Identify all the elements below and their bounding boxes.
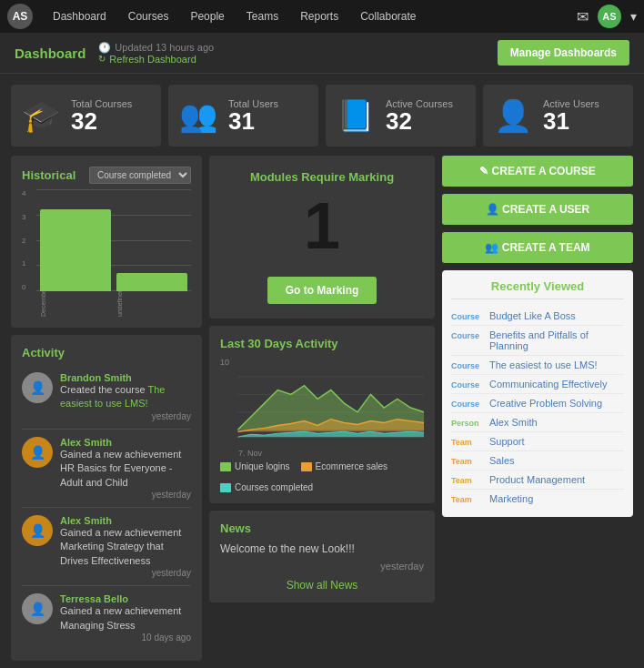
graduation-icon: 🎓 <box>22 97 60 134</box>
bar-label-undefined: undefined[undefined] <box>116 291 187 317</box>
activity-panel: Activity 👤 Brandon Smith Created the cou… <box>11 335 202 661</box>
manage-dashboards-button[interactable]: Manage Dashboards <box>498 40 629 66</box>
feed-text-3: Gained a new achievement Managing Stress <box>60 604 191 633</box>
rv-item-9: Team Marketing <box>451 490 624 508</box>
rv-item-5: Person Alex Smith <box>451 413 624 432</box>
last30-title: Last 30 Days Activity <box>220 337 424 350</box>
feed-name-1: Alex Smith <box>60 437 191 448</box>
total-courses-value: 32 <box>71 109 132 133</box>
historical-panel: Historical Course completed 4 3 2 1 0 <box>11 156 202 328</box>
legend-unique-logins: Unique logins <box>220 461 290 471</box>
modules-panel: Modules Require Marking 1 Go to Marking <box>209 156 435 319</box>
activity-chart: 10 7. Nov <box>220 358 424 458</box>
rv-item-0: Course Budget Like A Boss <box>451 307 624 326</box>
rv-name-2[interactable]: The easiest to use LMS! <box>489 359 598 370</box>
rv-item-3: Course Communicating Effectively <box>451 375 624 394</box>
feed-date-3: 10 days ago <box>60 633 191 643</box>
clock-icon: 🕐 <box>98 42 111 54</box>
feed-date-2: yesterday <box>60 568 191 578</box>
create-course-button[interactable]: ✎ CREATE A COURSE <box>442 156 633 187</box>
refresh-link[interactable]: Refresh Dashboard <box>109 54 196 65</box>
refresh-icon: ↻ <box>98 54 106 64</box>
chart-y-max: 10 <box>220 358 229 367</box>
rv-name-1[interactable]: Benefits and Pitfalls of Planning <box>489 329 624 351</box>
legend-ecommerce: Ecommerce sales <box>301 461 387 471</box>
user-avatar[interactable]: AS <box>598 5 621 28</box>
course-type-select[interactable]: Course completed <box>89 167 191 184</box>
avatar-terressa: 👤 <box>22 593 53 624</box>
rv-type-4: Course <box>451 400 484 409</box>
chevron-down-icon[interactable]: ▾ <box>630 9 637 24</box>
users-icon: 👥 <box>179 97 217 134</box>
update-info: 🕐 Updated 13 hours ago ↻ Refresh Dashboa… <box>98 42 214 65</box>
chart-legend: Unique logins Ecommerce sales Courses co… <box>220 461 424 492</box>
activity-svg <box>220 367 424 449</box>
feed-name-3: Terressa Bello <box>60 593 191 604</box>
rv-item-2: Course The easiest to use LMS! <box>451 356 624 375</box>
rv-name-6[interactable]: Support <box>489 436 525 447</box>
modules-count: 1 <box>220 193 424 258</box>
stat-card-total-courses: 🎓 Total Courses 32 <box>11 85 161 147</box>
create-team-button[interactable]: 👥 CREATE A TEAM <box>442 232 633 263</box>
nav-item-people[interactable]: People <box>179 0 235 33</box>
middle-column: Modules Require Marking 1 Go to Marking … <box>209 156 435 602</box>
nav-logo[interactable]: AS <box>7 4 33 29</box>
news-title: News <box>220 521 424 535</box>
nav-item-courses[interactable]: Courses <box>117 0 180 33</box>
nav-item-collaborate[interactable]: Collaborate <box>349 0 427 33</box>
active-users-value: 31 <box>543 109 599 133</box>
stats-row: 🎓 Total Courses 32 👥 Total Users 31 📘 Ac… <box>0 74 644 147</box>
rv-name-4[interactable]: Creative Problem Solving <box>489 398 602 409</box>
create-user-button[interactable]: 👤 CREATE A USER <box>442 194 633 225</box>
rv-type-9: Team <box>451 495 484 504</box>
active-users-icon: 👤 <box>494 97 532 134</box>
rv-name-0[interactable]: Budget Like A Boss <box>489 310 576 321</box>
stat-card-active-courses: 📘 Active Courses 32 <box>326 85 476 147</box>
feed-text-0: Created the course The easiest to use LM… <box>60 383 191 411</box>
rv-item-6: Team Support <box>451 432 624 451</box>
bar-undefined <box>116 273 187 291</box>
bar-december <box>40 209 111 291</box>
navigation: AS Dashboard Courses People Teams Report… <box>0 0 644 33</box>
nav-item-dashboard[interactable]: Dashboard <box>42 0 117 33</box>
stat-card-total-users: 👥 Total Users 31 <box>168 85 318 147</box>
rv-name-3[interactable]: Communicating Effectively <box>489 379 607 390</box>
rv-item-8: Team Product Management <box>451 471 624 490</box>
feed-name-0: Brandon Smith <box>60 372 191 383</box>
rv-name-5[interactable]: Alex Smith <box>489 417 538 428</box>
right-column: ✎ CREATE A COURSE 👤 CREATE A USER 👥 CREA… <box>442 156 633 517</box>
feed-item-3: 👤 Terressa Bello Gained a new achievemen… <box>22 586 191 650</box>
rv-item-7: Team Sales <box>451 451 624 471</box>
rv-name-9[interactable]: Marketing <box>489 493 533 504</box>
rv-name-7[interactable]: Sales <box>489 455 515 466</box>
active-courses-value: 32 <box>386 109 453 133</box>
go-to-marking-button[interactable]: Go to Marking <box>267 277 377 304</box>
activity-title: Activity <box>22 346 191 359</box>
nav-item-teams[interactable]: Teams <box>236 0 289 33</box>
feed-text-1: Gained a new achievement HR Basics for E… <box>60 448 191 490</box>
rv-type-7: Team <box>451 457 484 466</box>
book-icon: 📘 <box>337 97 375 134</box>
rv-item-1: Course Benefits and Pitfalls of Planning <box>451 326 624 356</box>
rv-item-4: Course Creative Problem Solving <box>451 394 624 413</box>
feed-date-0: yesterday <box>60 411 191 421</box>
avatar-brandon: 👤 <box>22 372 53 403</box>
stat-card-active-users: 👤 Active Users 31 <box>483 85 633 147</box>
rv-name-8[interactable]: Product Management <box>489 474 585 485</box>
rv-type-1: Course <box>451 331 484 340</box>
feed-date-1: yesterday <box>60 490 191 500</box>
legend-courses-completed: Courses completed <box>220 482 313 492</box>
dashboard-title: Dashboard <box>15 46 86 61</box>
main-grid: Historical Course completed 4 3 2 1 0 <box>0 147 644 668</box>
total-users-value: 31 <box>228 109 278 133</box>
mail-icon[interactable]: ✉ <box>577 8 589 25</box>
show-all-news-link[interactable]: Show all News <box>220 579 424 592</box>
chart-x-label: 7. Nov <box>238 449 262 458</box>
feed-item-1: 👤 Alex Smith Gained a new achievement HR… <box>22 430 191 508</box>
feed-name-2: Alex Smith <box>60 515 191 526</box>
rv-type-8: Team <box>451 476 484 485</box>
feed-text-2: Gained a new achievement Marketing Strat… <box>60 526 191 568</box>
rv-type-3: Course <box>451 380 484 390</box>
nav-item-reports[interactable]: Reports <box>289 0 349 33</box>
historical-chart: 4 3 2 1 0 December( <box>22 189 191 317</box>
